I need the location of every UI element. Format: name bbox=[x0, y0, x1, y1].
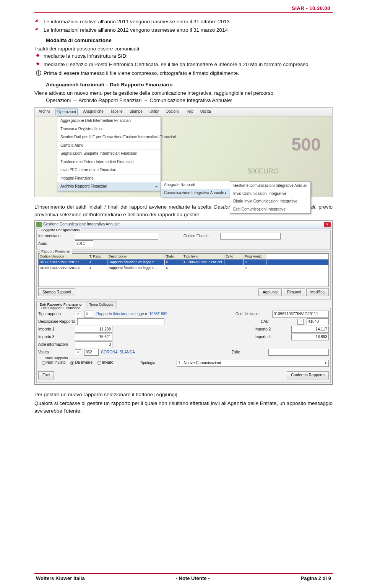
screenshot-dialog: Gestione Comunicazione Integrativa Annua… bbox=[34, 220, 333, 384]
menu-item[interactable]: Travaso a Registro Unico bbox=[57, 125, 161, 134]
menu-item[interactable]: Gestione Comunicazioni Integrative Annua… bbox=[230, 182, 310, 190]
table-row[interactable]: 01056710377INVIO201124Rapporto fiduciari… bbox=[39, 265, 328, 271]
rimuovi-button[interactable]: Rimuovi bbox=[283, 288, 305, 296]
menu-item[interactable]: Stampe bbox=[128, 109, 144, 116]
label-importo2: Importo 2 bbox=[255, 327, 289, 332]
group-rapporti: Rapporti Finanziari Codice UnivocoT. Rap… bbox=[36, 251, 331, 300]
data-grid[interactable]: Codice UnivocoT. Rapp.DescrizioneStatoTi… bbox=[38, 253, 329, 287]
tab-terne[interactable]: Terne Collegate bbox=[86, 301, 117, 308]
section-adeguamenti-head: Adeguamenti funzionali – Dati Rapporto F… bbox=[46, 81, 333, 89]
anno-input[interactable]: 2011 bbox=[75, 240, 93, 247]
paragraph: Viene attivato un nuovo menu per la gest… bbox=[34, 89, 333, 97]
label-tipologia: Tipologia bbox=[140, 360, 174, 366]
cod-univoco-input[interactable]: 01056710377INVIO20111 bbox=[272, 311, 329, 317]
list-item: mediante il servizio di Posta Elettronic… bbox=[34, 61, 333, 68]
intermediario-input[interactable] bbox=[75, 233, 158, 240]
menu-item[interactable]: Segnalazioni Sospette Intermediari Finan… bbox=[57, 150, 161, 158]
group-dati-rapporto: Dati Rapporto Finanziario Tipo rapporto … bbox=[36, 308, 331, 382]
menu-item[interactable]: Opzioni bbox=[164, 109, 180, 116]
submenu-archivio: Anagrafe Rapporti Comunicazione Integrat… bbox=[161, 181, 230, 197]
menu-item[interactable]: Help bbox=[184, 109, 195, 116]
lookup-icon[interactable]: ⌕ bbox=[75, 349, 81, 355]
label-cab: CAB bbox=[261, 319, 295, 325]
menu-item[interactable]: Anagrafiche bbox=[81, 109, 105, 116]
footer-center: - Note Utente - bbox=[176, 575, 210, 581]
menu-item[interactable]: Tabelle bbox=[109, 109, 124, 116]
footer-left: Wolters Kluwer Italia bbox=[36, 575, 85, 581]
info-note: ⓘ Prima di essere trasmesso il file vien… bbox=[34, 70, 333, 77]
aggiungi-button[interactable]: Aggiungi bbox=[258, 288, 282, 296]
importo4-input[interactable]: 18.893 bbox=[291, 334, 329, 340]
altre-info-input[interactable]: 0 bbox=[75, 341, 112, 348]
menu-item[interactable]: Scarico Dati per UIF per Cessazione/Fusi… bbox=[57, 133, 161, 142]
menu-item[interactable]: Invio PEC Intermediari Finanziari bbox=[57, 166, 161, 175]
tipo-rapporto-input[interactable]: 4 bbox=[84, 311, 94, 317]
header-code: SIAR - 10.30.00 bbox=[34, 5, 333, 11]
label-altre-info: Altre informazioni bbox=[38, 342, 73, 348]
label-importo1: Importo 1 bbox=[38, 327, 73, 332]
info-icon: ⓘ bbox=[36, 70, 41, 77]
radio-da-inviare[interactable]: Da Inviare bbox=[70, 360, 93, 366]
label-valuta: Valuta bbox=[38, 350, 73, 355]
close-icon[interactable]: × bbox=[324, 222, 331, 227]
label-anno: Anno bbox=[38, 241, 73, 247]
importo3-input[interactable]: 15.621 bbox=[75, 334, 112, 340]
label-codice-fiscale: Codice Fiscale bbox=[184, 233, 218, 239]
label-intermediario: Intermediario bbox=[38, 233, 73, 239]
label-esito: Esito bbox=[232, 350, 266, 355]
footer-right: Pagina 2 di 9 bbox=[301, 575, 331, 581]
menubar: Archivi Operazioni Anagrafiche Tabelle S… bbox=[35, 108, 332, 117]
importo2-input[interactable]: 14.117 bbox=[291, 326, 329, 333]
menu-item[interactable]: Utility bbox=[148, 109, 160, 116]
paragraph: I saldi dei rapporti possono essere comu… bbox=[34, 45, 333, 53]
list-item: mediante la nuova infrastruttura SID; bbox=[34, 52, 333, 60]
paragraph: Per gestire un nuovo rapporto selezionar… bbox=[34, 391, 333, 398]
dropdown-operazioni: Aggregazione Dati Intermediari Finanziar… bbox=[57, 117, 161, 191]
dialog-title: Gestione Comunicazione Integrativa Annua… bbox=[43, 222, 324, 227]
cab-input[interactable]: 41840 bbox=[307, 318, 329, 325]
label-tipo-rapporto: Tipo rapporto bbox=[38, 311, 73, 317]
importo1-input[interactable]: 11.238 bbox=[75, 326, 112, 333]
grid-header: Codice UnivocoT. Rapp.DescrizioneStatoTi… bbox=[39, 254, 328, 259]
menu-item[interactable]: Invio Comunicazioni Integrative bbox=[230, 190, 310, 198]
label-importo4: Importo 4 bbox=[255, 334, 289, 340]
table-row[interactable]: 01056710377INVIO201114Rapporto fiduciari… bbox=[39, 259, 328, 265]
group-stato-rapporto: Stato Rapporto Non Inviato Da Inviare In… bbox=[40, 358, 135, 368]
tipo-rapporto-desc: Rapporto fiduciario ex legge n. 1966/193… bbox=[96, 311, 167, 317]
radio-inviato[interactable]: Inviato bbox=[97, 360, 113, 366]
menu-item[interactable]: Archivi bbox=[37, 109, 52, 116]
group-soggetto: Soggetto Obbligato/Anno Intermediario Co… bbox=[36, 230, 331, 250]
menu-item[interactable]: Uscita bbox=[199, 109, 213, 116]
esci-button[interactable]: Esci bbox=[38, 371, 54, 379]
menu-item[interactable]: Trasferimenti Estero Intermediari Finanz… bbox=[57, 158, 161, 167]
esito-input[interactable] bbox=[268, 349, 329, 356]
radio-non-inviato[interactable]: Non Inviato bbox=[42, 360, 66, 366]
menu-item[interactable]: Aggregazione Dati Intermediari Finanziar… bbox=[57, 117, 161, 125]
codice-fiscale-input[interactable] bbox=[220, 233, 281, 240]
tipologia-select[interactable]: 1 - Nuove Comunicazioni▼ bbox=[177, 360, 329, 367]
valuta-desc: CORONA ISLANDA bbox=[101, 350, 135, 355]
menu-item[interactable]: Cambio Anno bbox=[57, 142, 161, 150]
lookup-icon[interactable]: ⌕ bbox=[75, 311, 81, 317]
stampa-button[interactable]: Stampa Rapporti bbox=[38, 288, 75, 296]
menu-item[interactable]: Comunicazione Integrativa Annuale▸ bbox=[161, 189, 230, 197]
menu-item[interactable]: Indagini Finanziarie bbox=[57, 175, 161, 183]
bg-watermark: 500EURO bbox=[247, 166, 279, 176]
paragraph: Qualora si cercasse di gestire un rappor… bbox=[34, 400, 333, 415]
lookup-icon[interactable]: ⌕ bbox=[297, 319, 304, 325]
screenshot-menu: Archivi Operazioni Anagrafiche Tabelle S… bbox=[34, 107, 333, 198]
menu-item[interactable]: Esiti Comunicazioni Integrative bbox=[230, 206, 310, 214]
menu-item[interactable]: Diario Invio Comunicazioni Integrative bbox=[230, 198, 310, 206]
label-cod-univoco: Cod. Univoco bbox=[235, 311, 270, 317]
descrizione-input[interactable] bbox=[77, 318, 164, 325]
list-item: Le informazioni relative all'anno 2012 v… bbox=[34, 26, 333, 34]
arrow-list: Le informazioni relative all'anno 2011 v… bbox=[34, 18, 333, 34]
menu-item[interactable]: Operazioni bbox=[55, 109, 78, 116]
conferma-button[interactable]: Conferma Rapporto bbox=[287, 371, 329, 379]
menu-item[interactable]: Anagrafe Rapporti bbox=[161, 181, 230, 189]
section-modalita-head: Modalità di comunicazione bbox=[34, 37, 333, 44]
list-item: Le informazioni relative all'anno 2011 v… bbox=[34, 18, 333, 26]
modifica-button[interactable]: Modifica bbox=[306, 288, 329, 296]
valuta-code-input[interactable]: 062 bbox=[84, 349, 99, 356]
menu-item[interactable]: Archivio Rapporti Finanziari▸ bbox=[57, 183, 161, 191]
